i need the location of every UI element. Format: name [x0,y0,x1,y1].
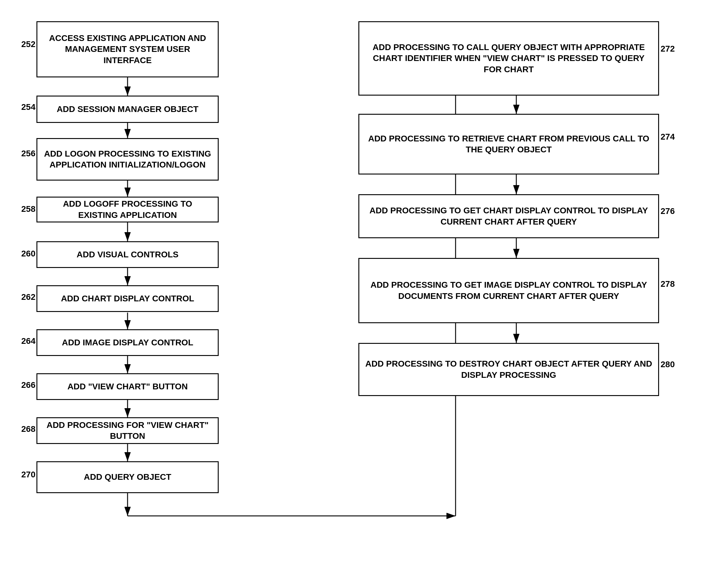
ref-268: 268 [21,424,35,434]
ref-280: 280 [660,359,675,369]
ref-274: 274 [660,132,675,142]
ref-254: 254 [21,102,35,112]
box-254: ADD SESSION MANAGER OBJECT [36,96,219,123]
box-278: ADD PROCESSING TO GET IMAGE DISPLAY CONT… [358,258,659,323]
ref-262: 262 [21,292,35,302]
diagram-container: 252 ACCESS EXISTING APPLICATION AND MANA… [0,0,728,586]
box-268: ADD PROCESSING FOR "VIEW CHART" BUTTON [36,417,219,444]
box-266: ADD "VIEW CHART" BUTTON [36,373,219,400]
ref-270: 270 [21,470,35,479]
box-258: ADD LOGOFF PROCESSING TO EXISTING APPLIC… [36,197,219,222]
box-260: ADD VISUAL CONTROLS [36,241,219,268]
box-262: ADD CHART DISPLAY CONTROL [36,285,219,312]
box-276: ADD PROCESSING TO GET CHART DISPLAY CONT… [358,194,659,238]
box-252: ACCESS EXISTING APPLICATION AND MANAGEME… [36,21,219,77]
box-274: ADD PROCESSING TO RETRIEVE CHART FROM PR… [358,114,659,175]
box-270: ADD QUERY OBJECT [36,461,219,493]
ref-276: 276 [660,206,675,216]
box-280: ADD PROCESSING TO DESTROY CHART OBJECT A… [358,343,659,396]
ref-260: 260 [21,249,35,259]
box-272: ADD PROCESSING TO CALL QUERY OBJECT WITH… [358,21,659,96]
box-264: ADD IMAGE DISPLAY CONTROL [36,329,219,356]
ref-258: 258 [21,204,35,214]
ref-278: 278 [660,279,675,289]
ref-266: 266 [21,380,35,390]
ref-256: 256 [21,149,35,158]
ref-264: 264 [21,336,35,346]
ref-252: 252 [21,39,35,49]
ref-272: 272 [660,44,675,54]
box-256: ADD LOGON PROCESSING TO EXISTING APPLICA… [36,138,219,181]
